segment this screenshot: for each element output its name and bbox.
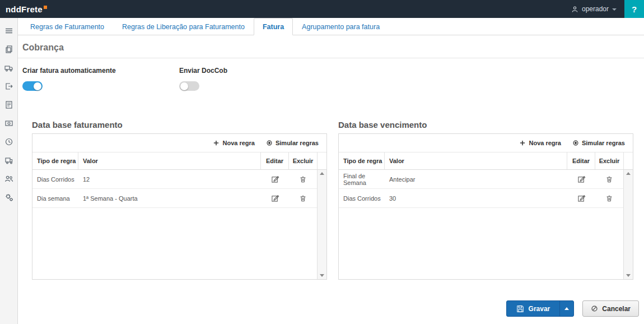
scroll-down-arrow-icon[interactable]: [320, 274, 324, 277]
simulate-rules-button[interactable]: Simular regras: [260, 134, 324, 152]
toggle-enviar-doccob[interactable]: [179, 81, 199, 91]
table-row: Dia semana 1ª Semana - Quarta: [32, 189, 317, 208]
logo-orange-square: [44, 6, 47, 9]
tab-bar: Regras de Faturamento Regras de Liberaçã…: [18, 18, 644, 35]
edit-button[interactable]: [261, 194, 289, 202]
save-icon: [516, 305, 524, 313]
footer-actions: Gravar Cancelar: [18, 280, 644, 317]
new-rule-label: Nova regra: [222, 140, 254, 146]
edit-icon: [271, 175, 279, 183]
save-dropdown-button[interactable]: [559, 301, 573, 316]
toggle-knob: [180, 82, 188, 90]
scroll-down-arrow-icon[interactable]: [626, 274, 631, 277]
column-header-excluir: Excluir: [289, 158, 317, 164]
panel-toolbar: Nova regra Simular regras: [32, 134, 326, 152]
edit-icon: [271, 194, 279, 202]
plus-icon: [519, 140, 526, 146]
scroll-up-arrow-icon[interactable]: [320, 172, 324, 175]
toggle-criar-fatura[interactable]: [22, 81, 43, 91]
new-rule-button[interactable]: Nova regra: [514, 134, 566, 152]
table-body: Dias Corridos 12 Dia semana: [32, 170, 326, 279]
panel-box: Nova regra Simular regras Tipo de regra …: [338, 133, 633, 280]
delete-button[interactable]: [289, 195, 317, 202]
panel-data-base-vencimento: Data base vencimento Nova regra Simular …: [338, 120, 633, 280]
caret-up-icon: [564, 307, 569, 310]
user-name: operador: [582, 5, 609, 13]
column-header-editar: Editar: [567, 152, 595, 169]
documents-icon[interactable]: [0, 40, 18, 58]
cell-valor: 1ª Semana - Quarta: [78, 195, 261, 202]
target-icon: [572, 140, 579, 146]
chevron-down-icon: [612, 8, 617, 11]
table-row: Dias Corridos 12: [32, 170, 317, 189]
cell-tipo: Dia semana: [32, 195, 78, 202]
toggle-label-criar-fatura: Criar fatura automaticamente: [22, 67, 179, 75]
menu-icon[interactable]: [0, 21, 18, 40]
table-row: Dias Corridos 30: [339, 189, 623, 208]
trash-icon: [299, 195, 307, 202]
table-rows: Dias Corridos 12 Dia semana: [32, 170, 317, 279]
history-icon[interactable]: [0, 132, 18, 151]
column-header-spacer: [623, 152, 633, 169]
top-bar: nddFrete operador ?: [0, 0, 644, 18]
delivery-icon[interactable]: [0, 151, 18, 169]
edit-button[interactable]: [567, 175, 595, 183]
table-body: Final de Semana Antecipar Dias C: [339, 170, 633, 279]
cell-valor: 12: [78, 176, 261, 183]
scroll-up-arrow-icon[interactable]: [626, 172, 631, 175]
target-icon: [266, 140, 273, 146]
exit-icon[interactable]: [0, 77, 18, 95]
edit-button[interactable]: [261, 175, 289, 183]
edit-button[interactable]: [567, 194, 595, 202]
cancel-button[interactable]: Cancelar: [582, 300, 639, 317]
panel-title: Data base faturamento: [32, 120, 327, 129]
simulate-rules-button[interactable]: Simular regras: [567, 134, 631, 152]
toggle-group-enviar-doccob: Enviar DocCob: [179, 67, 336, 91]
cell-valor: 30: [385, 195, 567, 202]
main-content: Regras de Faturamento Regras de Liberaçã…: [18, 18, 644, 324]
column-header-valor: Valor: [385, 152, 567, 169]
toggles-row: Criar fatura automaticamente Enviar DocC…: [18, 58, 644, 91]
vertical-scrollbar[interactable]: [317, 170, 326, 279]
trash-icon: [605, 175, 613, 183]
app-logo: nddFrete: [0, 4, 47, 14]
vertical-scrollbar[interactable]: [623, 170, 633, 279]
tab-regras-de-liberacao[interactable]: Regras de Liberação para Faturamento: [113, 18, 254, 35]
truck-icon[interactable]: [0, 58, 18, 77]
tab-fatura[interactable]: Fatura: [254, 18, 293, 35]
panel-data-base-faturamento: Data base faturamento Nova regra Simular…: [32, 120, 327, 280]
payment-icon[interactable]: [0, 114, 18, 132]
column-header-tipo: Tipo de regra: [339, 152, 385, 169]
delete-button[interactable]: [595, 195, 623, 202]
save-button[interactable]: Gravar: [507, 301, 560, 316]
toggle-group-criar-fatura: Criar fatura automaticamente: [22, 67, 179, 91]
delete-button[interactable]: [289, 175, 317, 183]
settings-icon[interactable]: [0, 188, 18, 206]
trash-icon: [605, 195, 613, 202]
new-rule-button[interactable]: Nova regra: [207, 134, 260, 152]
cell-tipo: Final de Semana: [339, 173, 385, 186]
simulate-rules-label: Simular regras: [582, 140, 625, 146]
edit-icon: [577, 194, 586, 202]
cell-tipo: Dias Corridos: [339, 195, 385, 202]
table-row: Final de Semana Antecipar: [339, 170, 623, 189]
help-label: ?: [632, 4, 637, 14]
table-header: Tipo de regra Valor Editar Excluir: [339, 152, 633, 170]
tab-agrupamento-para-fatura[interactable]: Agrupamento para fatura: [293, 18, 389, 35]
new-rule-label: Nova regra: [529, 140, 561, 146]
help-button[interactable]: ?: [624, 0, 644, 18]
plus-icon: [213, 140, 220, 146]
delete-button[interactable]: [595, 175, 623, 183]
cell-valor: Antecipar: [385, 176, 567, 183]
column-header-excluir: Excluir: [595, 158, 623, 164]
user-menu[interactable]: operador: [563, 0, 624, 18]
toggle-label-enviar-doccob: Enviar DocCob: [179, 67, 336, 75]
column-header-valor: Valor: [78, 152, 261, 169]
invoice-icon[interactable]: [0, 95, 18, 114]
column-header-spacer: [317, 152, 326, 169]
column-header-editar: Editar: [261, 152, 289, 169]
cell-tipo: Dias Corridos: [32, 176, 78, 183]
section-title: Cobrança: [22, 43, 644, 53]
users-icon[interactable]: [0, 169, 18, 188]
tab-regras-de-faturamento[interactable]: Regras de Faturamento: [21, 18, 113, 35]
